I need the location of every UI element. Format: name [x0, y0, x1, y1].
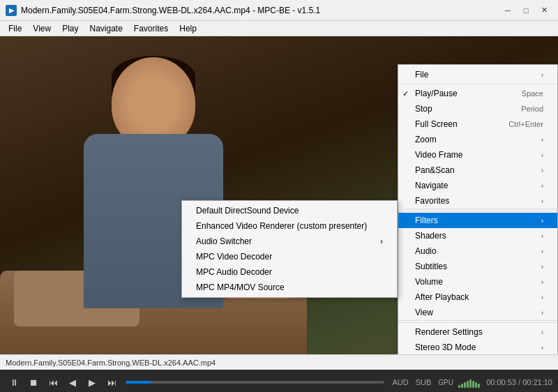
minimize-button[interactable]: ─ — [499, 3, 516, 17]
vol-bar-7 — [475, 382, 477, 388]
arrow-icon: › — [541, 344, 543, 352]
ctx-view[interactable]: View › — [398, 305, 557, 321]
window-title: Modern.Family.S05E04.Farm.Strong.WEB-DL.… — [21, 6, 320, 15]
menu-view[interactable]: View — [27, 22, 56, 35]
time-total: 00:21:10 — [522, 378, 552, 386]
vol-bar-6 — [472, 381, 474, 388]
ctx-stop[interactable]: Stop Period — [398, 101, 557, 116]
filters-submenu: Default DirectSound Device Enhanced Vide… — [181, 200, 398, 298]
context-menu-container: Default DirectSound Device Enhanced Vide… — [398, 64, 558, 354]
progress-bar[interactable] — [126, 381, 384, 384]
check-icon: ✓ — [402, 89, 409, 98]
stop-button[interactable]: ⏹ — [25, 374, 42, 391]
ctx-renderer-settings[interactable]: Renderer Settings › — [398, 324, 557, 340]
vol-bar-1 — [458, 385, 460, 388]
separator — [398, 322, 557, 323]
submenu-item-mpc-mp4[interactable]: MPC MP4/MOV Source — [182, 280, 397, 295]
prev-button[interactable]: ⏮ — [45, 374, 61, 391]
vol-bar-5 — [469, 379, 472, 388]
video-area: sofiavergara LO4D.com Default DirectSoun… — [0, 36, 558, 354]
vol-bar-2 — [461, 384, 463, 388]
controls-bar: ⏸ ⏹ ⏮ ◀ ▶ ⏭ AUD SUB GPU 00:00:53 / 00:21… — [0, 370, 558, 392]
submenu-item-audio-switcher[interactable]: Audio Switcher › — [182, 234, 397, 249]
ctx-pan-scan[interactable]: Pan&Scan › — [398, 163, 557, 178]
ctx-favorites[interactable]: Favorites › — [398, 193, 557, 209]
play-pause-button[interactable]: ⏸ — [6, 374, 22, 391]
menu-help[interactable]: Help — [174, 22, 202, 35]
menu-favorites[interactable]: Favorites — [128, 22, 174, 35]
sub-label[interactable]: SUB — [414, 378, 434, 386]
next-button[interactable]: ⏭ — [103, 374, 120, 391]
submenu-item-mpc-audio[interactable]: MPC Audio Decoder — [182, 264, 397, 280]
vol-bar-3 — [464, 382, 466, 388]
arrow-icon: › — [541, 294, 543, 301]
title-bar: ▶ Modern.Family.S05E04.Farm.Strong.WEB-D… — [0, 0, 558, 21]
arrow-icon: › — [541, 278, 543, 286]
ctx-shaders[interactable]: Shaders › — [398, 228, 557, 243]
arrow-icon: › — [541, 263, 543, 271]
separator — [398, 211, 557, 211]
filename-label: Modern.Family.S05E04.Farm.Strong.WEB-DL.… — [6, 359, 216, 367]
menu-navigate[interactable]: Navigate — [84, 22, 128, 35]
main-context-menu: File › ✓ Play/Pause Space Stop Period Fu… — [398, 64, 558, 354]
menu-file[interactable]: File — [3, 22, 27, 35]
arrow-icon: › — [541, 167, 543, 174]
ctx-fullscreen[interactable]: Full Screen Ctrl+Enter — [398, 116, 557, 132]
separator — [398, 84, 557, 84]
time-display: 00:00:53 / 00:21:10 — [483, 378, 552, 386]
submenu-item-directsound[interactable]: Default DirectSound Device — [182, 203, 397, 218]
arrow-icon: › — [541, 217, 543, 225]
arrow-icon: › — [541, 197, 543, 205]
close-button[interactable]: ✕ — [536, 3, 552, 17]
arrow-icon: › — [541, 309, 543, 317]
app-icon: ▶ — [6, 5, 17, 16]
next-frame-button[interactable]: ▶ — [84, 374, 100, 391]
title-controls: ─ □ ✕ — [499, 3, 552, 17]
menu-play[interactable]: Play — [56, 22, 84, 35]
arrow-icon: › — [541, 232, 543, 240]
maximize-button[interactable]: □ — [518, 3, 534, 17]
prev-frame-button[interactable]: ◀ — [64, 374, 81, 391]
vol-bar-8 — [478, 384, 480, 388]
vol-bar-4 — [467, 381, 469, 388]
time-current: 00:00:53 — [486, 378, 516, 386]
ctx-video-frame[interactable]: Video Frame › — [398, 147, 557, 163]
ctx-filters[interactable]: Filters › — [398, 213, 557, 228]
arrow-icon: › — [541, 71, 543, 79]
ctx-navigate[interactable]: Navigate › — [398, 178, 557, 193]
progress-fill — [126, 381, 151, 384]
ctx-after-playback[interactable]: After Playback › — [398, 289, 557, 305]
menu-bar: File View Play Navigate Favorites Help — [0, 21, 558, 36]
gpu-label: GPU — [436, 379, 455, 386]
ctx-subtitles[interactable]: Subtitles › — [398, 259, 557, 274]
volume-bars — [458, 377, 480, 388]
submenu-item-mpc-video[interactable]: MPC Video Decoder — [182, 249, 397, 264]
ctx-volume[interactable]: Volume › — [398, 274, 557, 289]
arrow-icon: › — [541, 248, 543, 255]
ctx-stereo-3d[interactable]: Stereo 3D Mode › — [398, 340, 557, 354]
ctx-play-pause[interactable]: ✓ Play/Pause Space — [398, 86, 557, 101]
ctx-file[interactable]: File › — [398, 67, 557, 82]
arrow-icon: › — [541, 329, 543, 336]
arrow-icon: › — [541, 151, 543, 159]
ctx-audio[interactable]: Audio › — [398, 243, 557, 259]
arrow-icon: › — [541, 136, 543, 144]
title-left: ▶ Modern.Family.S05E04.Farm.Strong.WEB-D… — [6, 5, 320, 16]
aud-label[interactable]: AUD — [390, 378, 410, 386]
status-bar: Modern.Family.S05E04.Farm.Strong.WEB-DL.… — [0, 354, 558, 370]
arrow-icon: › — [541, 182, 543, 190]
submenu-item-evr[interactable]: Enhanced Video Renderer (custom presente… — [182, 218, 397, 234]
ctx-zoom[interactable]: Zoom › — [398, 132, 557, 147]
